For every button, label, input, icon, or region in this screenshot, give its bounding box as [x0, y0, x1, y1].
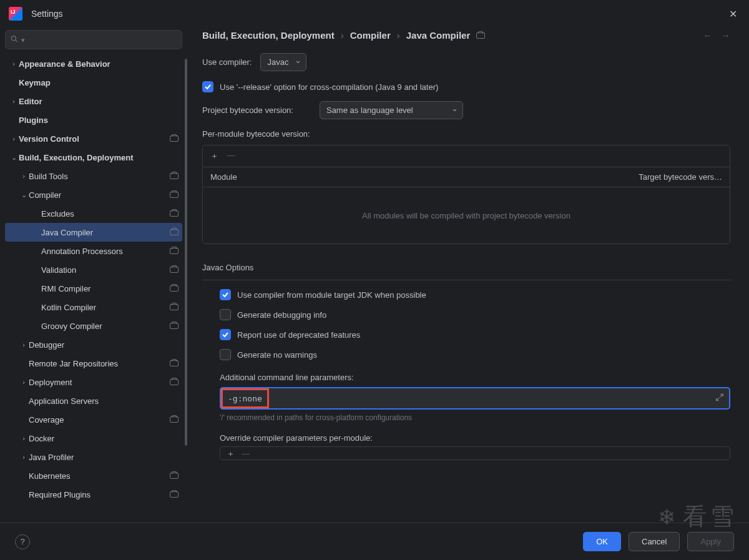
crumb-2[interactable]: Compiler [350, 30, 391, 41]
chevron-down-icon: ⌄ [19, 191, 29, 199]
sidebar-item-excludes[interactable]: Excludes [5, 204, 182, 223]
sidebar-item-rmi-compiler[interactable]: RMI Compiler [5, 279, 182, 298]
sidebar-item-label: Application Servers [29, 396, 99, 406]
nav-fwd-icon[interactable]: → [721, 30, 730, 41]
search-icon [10, 34, 19, 45]
app-icon [9, 7, 22, 21]
sidebar-item-label: Debugger [29, 340, 64, 350]
sidebar-item-label: Docker [29, 434, 54, 443]
target-jdk-label: Use compiler from module target JDK when… [237, 290, 426, 300]
target-jdk-checkbox[interactable] [220, 289, 231, 300]
crumb-1[interactable]: Build, Execution, Deployment [202, 30, 335, 41]
sidebar-item-label: Editor [19, 97, 42, 106]
sidebar-item-kotlin-compiler[interactable]: Kotlin Compiler [5, 298, 182, 317]
crumb-3[interactable]: Java Compiler [406, 30, 471, 41]
debug-info-label: Generate debugging info [237, 310, 326, 320]
main-panel: Build, Execution, Deployment › Compiler … [187, 27, 749, 521]
override-table-toolbar: ＋ — [220, 446, 730, 460]
breadcrumb: Build, Execution, Deployment › Compiler … [202, 30, 730, 41]
use-compiler-select[interactable]: Javac [260, 53, 306, 71]
expand-icon[interactable] [715, 393, 724, 404]
deprecated-label: Report use of deprecated features [237, 330, 360, 340]
sidebar-item-editor[interactable]: ›Editor [5, 92, 182, 111]
col-target: Target bytecode vers… [616, 172, 722, 182]
sidebar-item-plugins[interactable]: Plugins [5, 111, 182, 129]
project-bytecode-select[interactable]: Same as language level [320, 101, 463, 119]
sidebar-item-required-plugins[interactable]: Required Plugins [5, 485, 182, 504]
sidebar-item-coverage[interactable]: Coverage [5, 410, 182, 429]
chevron-right-icon: › [397, 30, 400, 41]
params-hint: '/' recommended in paths for cross-platf… [220, 413, 730, 422]
svg-point-0 [11, 36, 16, 40]
sidebar-item-java-compiler[interactable]: Java Compiler [5, 223, 182, 242]
nav-back-icon[interactable]: ← [703, 30, 712, 41]
sidebar-item-label: Compiler [29, 190, 61, 200]
release-option-label: Use '--release' option for cross-compila… [220, 82, 438, 92]
project-scope-icon [170, 323, 179, 329]
sidebar-item-appearance-behavior[interactable]: ›Appearance & Behavior [5, 54, 182, 73]
sidebar-item-label: Appearance & Behavior [19, 59, 110, 69]
project-scope-icon [170, 267, 179, 273]
chevron-right-icon: › [19, 453, 29, 461]
sidebar-item-kubernetes[interactable]: Kubernetes [5, 466, 182, 485]
chevron-right-icon: › [19, 172, 29, 180]
help-button[interactable]: ? [15, 534, 30, 549]
search-input[interactable] [5, 30, 182, 49]
project-scope-icon [170, 491, 179, 498]
sidebar-item-keymap[interactable]: Keymap [5, 73, 182, 92]
sidebar-item-compiler[interactable]: ⌄Compiler [5, 185, 182, 204]
sidebar: ▾ ›Appearance & BehaviorKeymap›EditorPlu… [0, 27, 187, 521]
sidebar-item-label: Build, Execution, Deployment [19, 153, 133, 162]
sidebar-item-label: Annotation Processors [41, 247, 123, 256]
project-scope-icon [170, 173, 179, 179]
sidebar-item-label: Plugins [19, 115, 48, 125]
chevron-down-icon: ⌄ [9, 154, 19, 162]
close-button[interactable]: ✕ [725, 6, 740, 21]
sidebar-item-debugger[interactable]: ›Debugger [5, 335, 182, 354]
chevron-right-icon: › [19, 435, 29, 442]
project-scope-icon [170, 135, 179, 142]
project-scope-icon [170, 416, 179, 423]
sidebar-item-validation[interactable]: Validation [5, 260, 182, 279]
sidebar-item-remote-jar-repositories[interactable]: Remote Jar Repositories [5, 354, 182, 373]
project-scope-icon [170, 473, 179, 479]
deprecated-checkbox[interactable] [220, 329, 231, 340]
permodule-table: ＋ — Module Target bytecode vers… All mod… [202, 145, 730, 244]
sidebar-item-version-control[interactable]: ›Version Control [5, 129, 182, 148]
search-dropdown-icon[interactable]: ▾ [21, 36, 25, 44]
sidebar-item-label: RMI Compiler [41, 284, 91, 293]
cancel-button[interactable]: Cancel [629, 532, 680, 551]
sidebar-item-label: Java Profiler [29, 453, 74, 462]
chevron-right-icon: › [9, 97, 19, 105]
sidebar-item-application-servers[interactable]: Application Servers [5, 391, 182, 410]
titlebar: Settings ✕ [0, 0, 749, 27]
sidebar-item-java-profiler[interactable]: ›Java Profiler [5, 448, 182, 466]
permodule-label: Per-module bytecode version: [202, 129, 730, 139]
remove-icon: — [242, 449, 250, 458]
params-input[interactable]: -g:none [220, 387, 730, 410]
ok-button[interactable]: OK [583, 532, 621, 551]
window-icon [476, 32, 485, 39]
window-title: Settings [31, 9, 63, 19]
add-icon[interactable]: ＋ [210, 150, 218, 162]
sidebar-item-docker[interactable]: ›Docker [5, 429, 182, 448]
params-value: -g:none [221, 388, 269, 408]
sidebar-item-label: Remote Jar Repositories [29, 359, 118, 368]
chevron-right-icon: › [9, 60, 19, 67]
sidebar-item-deployment[interactable]: ›Deployment [5, 373, 182, 391]
chevron-right-icon: › [341, 30, 344, 41]
sidebar-item-build-tools[interactable]: ›Build Tools [5, 167, 182, 185]
sidebar-item-annotation-processors[interactable]: Annotation Processors [5, 242, 182, 260]
nowarn-label: Generate no warnings [237, 350, 317, 360]
sidebar-item-label: Kotlin Compiler [41, 303, 96, 312]
debug-info-checkbox[interactable] [220, 309, 231, 320]
add-icon[interactable]: ＋ [227, 449, 235, 458]
sidebar-item-build-execution-deployment[interactable]: ⌄Build, Execution, Deployment [5, 148, 182, 167]
sidebar-item-label: Deployment [29, 378, 72, 387]
project-scope-icon [170, 229, 179, 235]
project-bytecode-label: Project bytecode version: [202, 106, 293, 115]
project-scope-icon [170, 379, 179, 385]
sidebar-item-groovy-compiler[interactable]: Groovy Compiler [5, 317, 182, 335]
release-option-checkbox[interactable] [202, 81, 213, 92]
nowarn-checkbox[interactable] [220, 349, 231, 360]
